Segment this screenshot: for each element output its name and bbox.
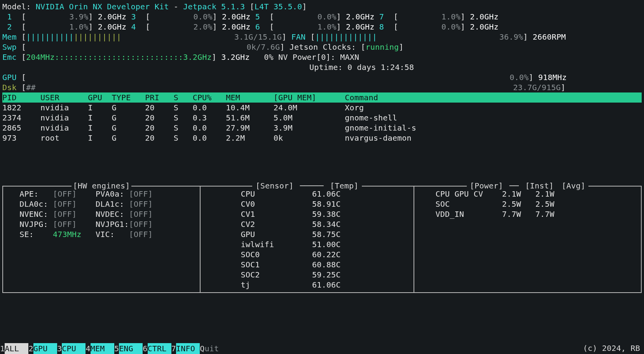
- sensor-row: SOC2 59.25C: [212, 270, 406, 280]
- menu-item[interactable]: 6: [143, 344, 147, 354]
- proc-header: PID USER GPU TYPE PRI S CPU% MEM [GPU ME…: [2, 92, 642, 103]
- terminal-root: Model: NVIDIA Orin NX Developer Kit - Je…: [0, 0, 644, 293]
- menu-item[interactable]: 7: [171, 344, 176, 354]
- swp-jc-line: Swp [0k/7.6G] Jetson Clocks: [running]: [2, 42, 642, 52]
- hw-engines-title: [HW engines]: [72, 181, 132, 190]
- menu-item[interactable]: 5: [114, 344, 119, 354]
- power-row: SOC 2.5W 2.5W: [426, 199, 633, 209]
- power-panel: [Power] ── [Inst] [Avg] CPU GPU CV 2.1W …: [414, 186, 642, 293]
- proc-row[interactable]: 1822 nvidia I G 20 S 0.0 10.4M 24.0M Xor…: [2, 103, 642, 113]
- model-line: Model: NVIDIA Orin NX Developer Kit - Je…: [2, 2, 642, 12]
- proc-row[interactable]: 973 root I G 20 S 0.0 2.2M 0k nvargus-da…: [2, 133, 642, 143]
- hw-engines-panel: [HW engines] APE: [OFF] PVA0a: [OFF] DLA…: [2, 186, 200, 293]
- gpu-line: GPU [0.0%] 918MHz: [2, 72, 642, 82]
- sensor-row: CV2 58.34C: [212, 219, 406, 229]
- hw-engine-row: NVJPG: [OFF] NVJPG1:[OFF]: [15, 219, 192, 229]
- hw-engine-row: SE: 473MHz VIC: [OFF]: [15, 229, 192, 239]
- menubar: 1ALL 2GPU 3CPU 4MEM 5ENG 6CTRL 7INFO Qui…: [0, 343, 644, 354]
- sensor-row: SOC1 60.88C: [212, 260, 406, 270]
- hw-engine-row: DLA0c: [OFF] DLA1c: [OFF]: [15, 199, 192, 209]
- sensor-panel: [Sensor] ───── [Temp] CPU 61.06C CV0 58.…: [200, 186, 414, 293]
- uptime-line: Uptime: 0 days 1:24:58: [2, 62, 642, 72]
- hw-engine-row: NVENC: [OFF] NVDEC: [OFF]: [15, 209, 192, 219]
- sensor-row: CV0 58.91C: [212, 199, 406, 209]
- cpu-row-1: 1 [3.9%] 2.0GHz 3 [0.0%] 2.0GHz 5 [0.0%]…: [2, 12, 642, 22]
- emc-nvpower-line: Emc [204MHz:::::::::::::::::::::::::::3.…: [2, 52, 642, 62]
- panels-row: [HW engines] APE: [OFF] PVA0a: [OFF] DLA…: [2, 186, 642, 293]
- menu-item[interactable]: 4: [86, 344, 90, 354]
- sensor-row: iwlwifi 51.00C: [212, 239, 406, 249]
- cpu-row-2: 2 [1.0%] 2.0GHz 4 [2.0%] 2.0GHz 6 [1.0%]…: [2, 22, 642, 32]
- sensor-row: GPU 58.75C: [212, 229, 406, 239]
- dsk-line: Dsk [##23.7G/915G]: [2, 82, 642, 92]
- credit: (c) 2024, RB: [583, 343, 640, 353]
- sensor-title: [Sensor] ───── [Temp]: [252, 181, 361, 190]
- sensor-row: SOC0 60.22C: [212, 249, 406, 260]
- menu-item[interactable]: 2: [28, 344, 33, 354]
- proc-body: 1822 nvidia I G 20 S 0.0 10.4M 24.0M Xor…: [2, 103, 642, 143]
- sensor-row: CV1 59.38C: [212, 209, 406, 219]
- menu-quit[interactable]: Q: [200, 344, 204, 354]
- power-title: [Power] ── [Inst] [Avg]: [467, 181, 589, 190]
- menu-item[interactable]: 1: [0, 344, 5, 354]
- proc-row[interactable]: 2865 nvidia I G 20 S 0.0 27.9M 3.9M gnom…: [2, 123, 642, 133]
- menu-item[interactable]: 3: [57, 344, 62, 354]
- mem-fan-line: Mem [||||||||||||||||||||3.1G/15.1G] FAN…: [2, 32, 642, 42]
- power-row: VDD_IN 7.7W 7.7W: [426, 209, 633, 219]
- sensor-row: tj 61.06C: [212, 280, 406, 290]
- proc-row[interactable]: 2374 nvidia I G 20 S 0.3 51.6M 5.0M gnom…: [2, 113, 642, 123]
